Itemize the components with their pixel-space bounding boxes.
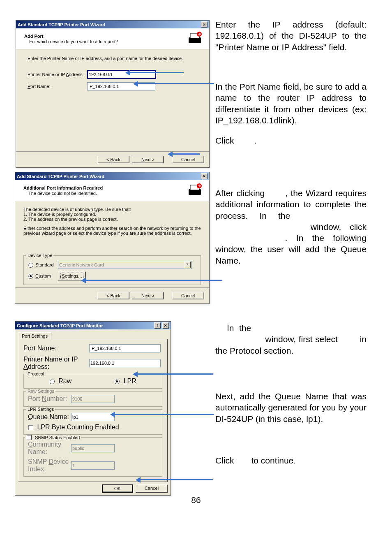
port-monitor-dialog: Configure Standard TCP/IP Port Monitor ?… [15,321,171,496]
titlebar: Add Standard TCP/IP Printer Port Wizard … [16,21,209,28]
printer-address-input[interactable] [89,359,161,367]
page-number: 86 [0,495,392,505]
printer-icon [187,32,203,46]
close-icon[interactable]: ✕ [201,21,208,28]
lpr-label: LPR [124,378,136,385]
raw-settings-legend: Raw Settings [26,389,55,394]
close-icon[interactable]: ✕ [162,322,169,329]
instruction-p3: Click Next. [215,135,367,146]
lpr-settings-legend: LPR Settings [26,407,55,412]
lpr-radio[interactable] [114,379,120,384]
arrow-line [115,414,214,415]
wizard-add-port-dialog: Add Standard TCP/IP Printer Port Wizard … [16,20,210,168]
arrow-icon [133,371,138,377]
queue-name-label: Queue Name: [28,413,71,421]
raw-radio[interactable] [49,379,55,384]
printer-name-label: Printer Name or IP Address: [28,72,87,77]
instruction-p5: In the Configure Standard TCP/IP Port Mo… [215,322,367,356]
arrow-line [130,72,184,73]
standard-radio[interactable] [28,262,33,268]
arrow-icon [168,151,173,157]
para1a: 1. The device is properly configured. [23,212,201,217]
arrow-line [138,83,214,84]
arrow-icon [125,70,130,76]
instruction-p4: After clicking Next, the Wizard requires… [215,188,367,266]
snmp-checkbox[interactable] [26,435,32,440]
snmp-legend: SNMP Status Enabled [25,435,81,440]
standard-dropdown: Generic Network Card ▼ [58,261,192,269]
help-icon[interactable]: ? [154,322,161,329]
wizard-heading: Additional Port Information Required [23,185,103,190]
custom-label: Custom [35,273,58,278]
raw-port-number-input [71,395,115,403]
wizard-subheading: The device could not be identified. [28,191,103,196]
instruction-p7: Click OK to continue. [215,455,367,466]
arrow-icon [81,278,86,283]
dialog-title: Configure Standard TCP/IP Port Monitor [17,323,103,328]
next-button[interactable]: Next > [132,156,164,163]
dialog-title: Add Standard TCP/IP Printer Port Wizard [17,174,104,179]
port-name-label: Port Name: [23,345,89,352]
arrow-line [141,479,213,480]
close-icon[interactable]: ✕ [201,173,208,179]
queue-name-input[interactable] [71,413,115,421]
arrow-line [173,153,200,155]
lpr-byte-label: LPR Byte Counting Enabled [37,424,119,431]
printer-icon [187,183,203,197]
para2: Either correct the address and perform a… [23,226,201,236]
protocol-legend: Protocol [26,371,45,376]
raw-port-number-label: Port Number: [28,395,71,403]
port-name-input[interactable] [89,344,161,352]
titlebar: Configure Standard TCP/IP Port Monitor ?… [15,322,171,329]
instruction-p2: In the Port Name field, be sure to add a… [215,81,367,126]
cancel-button[interactable]: Cancel [172,292,204,299]
raw-label: Raw [58,378,71,385]
device-index-label: SNMP Device Index: [28,458,71,473]
ok-button[interactable]: OK [102,484,133,493]
arrow-icon [110,412,115,417]
instruction-p6: Next, add the Queue Name that was automa… [215,391,367,424]
device-index-input [71,461,115,470]
arrow-line [138,373,213,375]
chevron-down-icon: ▼ [184,262,191,268]
port-name-label: Port Name: [28,84,87,89]
cancel-button[interactable]: Cancel [172,156,204,163]
arrow-line [86,280,222,281]
titlebar: Add Standard TCP/IP Printer Port Wizard … [15,172,209,180]
dialog-title: Add Standard TCP/IP Printer Port Wizard [18,22,105,27]
printer-name-label: Printer Name or IP Address: [23,356,89,371]
cancel-button[interactable]: Cancel [136,484,168,493]
back-button[interactable]: < Back [97,292,129,299]
printer-name-input[interactable] [87,70,156,79]
tab-port-settings[interactable]: Port Settings [18,332,51,340]
wizard-subheading: For which device do you want to add a po… [29,39,118,44]
lpr-byte-checkbox[interactable] [28,425,33,430]
wizard-heading: Add Port [24,34,118,39]
arrow-icon [133,81,138,87]
instruction-p1: Enter the IP address (default: 192.168.0… [215,19,367,53]
instruction-text: Enter the Printer Name or IP address, an… [28,56,198,61]
arrow-icon [136,477,141,483]
back-button[interactable]: < Back [97,156,129,163]
community-label: Community Name: [28,441,71,456]
community-input [71,444,115,452]
para1: The detected device is of unknown type. … [23,207,201,212]
para1b: 2. The address on the previous page is c… [23,217,201,222]
wizard-additional-info-dialog: Add Standard TCP/IP Printer Port Wizard … [15,172,210,304]
next-button[interactable]: Next > [132,292,164,299]
device-type-legend: Device Type [26,253,53,258]
standard-label: Standard [35,262,58,267]
custom-radio[interactable] [28,273,33,279]
